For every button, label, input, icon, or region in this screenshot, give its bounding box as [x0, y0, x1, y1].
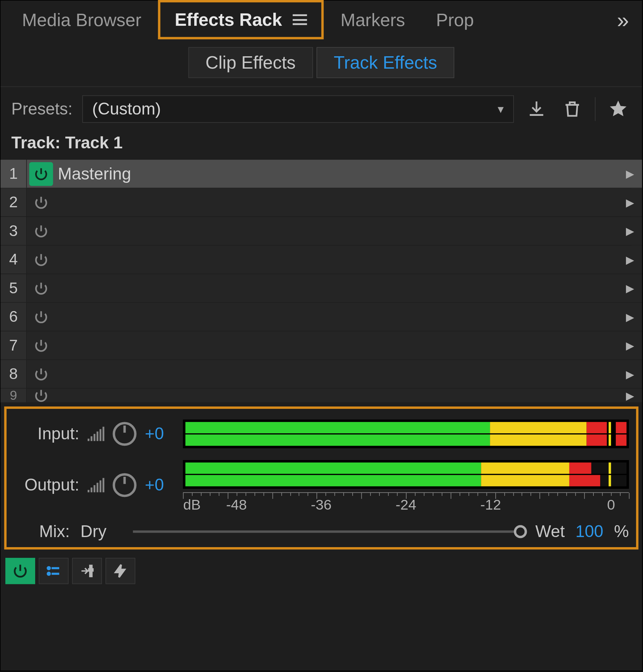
- slot-expand-arrow[interactable]: ▶: [618, 310, 642, 323]
- divider: [595, 97, 595, 121]
- tab-effects-rack[interactable]: Effects Rack: [158, 0, 324, 39]
- mix-slider-thumb[interactable]: [514, 525, 527, 538]
- effect-slot[interactable]: 2▶: [1, 188, 642, 217]
- slot-number: 8: [1, 360, 27, 388]
- input-label: Input:: [14, 424, 80, 443]
- prerender-button[interactable]: [106, 558, 135, 584]
- tab-properties[interactable]: Prop: [422, 3, 488, 37]
- save-preset-button[interactable]: [523, 96, 549, 122]
- slot-expand-arrow[interactable]: ▶: [618, 282, 642, 295]
- mix-row: Mix: Dry Wet 100 %: [14, 522, 629, 541]
- rack-power-button[interactable]: [5, 558, 35, 584]
- tab-markers[interactable]: Markers: [326, 3, 419, 37]
- slot-number: 5: [1, 274, 27, 302]
- slot-number: 2: [1, 188, 27, 216]
- input-gain-knob[interactable]: [112, 422, 136, 445]
- track-label: Track: Track 1: [1, 131, 642, 160]
- apply-to-track-button[interactable]: [72, 558, 102, 584]
- output-gain-value[interactable]: +0: [145, 475, 175, 494]
- slot-expand-arrow[interactable]: ▶: [618, 224, 642, 237]
- favorite-button[interactable]: [605, 96, 631, 122]
- top-tab-bar: Media Browser Effects Rack Markers Prop …: [1, 1, 642, 40]
- slot-expand-arrow[interactable]: ▶: [618, 196, 642, 209]
- mix-label: Mix:: [14, 522, 70, 541]
- slot-expand-arrow[interactable]: ▶: [618, 389, 642, 402]
- chevron-down-icon: ▾: [498, 102, 504, 116]
- slot-effect-name: Mastering: [58, 164, 618, 183]
- effect-slot[interactable]: 9▶: [1, 389, 642, 403]
- slot-number: 3: [1, 217, 27, 245]
- slot-expand-arrow[interactable]: ▶: [618, 253, 642, 266]
- output-meter: dB-48-36-24-120: [183, 460, 629, 510]
- slot-power-button[interactable]: [29, 162, 53, 185]
- sub-tab-track-effects[interactable]: Track Effects: [316, 47, 454, 78]
- slot-power-button[interactable]: [29, 305, 53, 329]
- effect-slot[interactable]: 5▶: [1, 274, 642, 303]
- mix-dry-label: Dry: [80, 522, 122, 541]
- slot-number: 7: [1, 331, 27, 359]
- effect-slot[interactable]: 4▶: [1, 245, 642, 274]
- presets-label: Presets:: [11, 99, 73, 119]
- slot-expand-arrow[interactable]: ▶: [618, 167, 642, 180]
- slot-power-button[interactable]: [29, 333, 53, 357]
- effect-slot[interactable]: 3▶: [1, 217, 642, 245]
- mix-unit: %: [614, 522, 629, 541]
- sub-tab-clip-effects[interactable]: Clip Effects: [188, 47, 313, 78]
- effects-rack-panel: Media Browser Effects Rack Markers Prop …: [0, 0, 643, 671]
- effect-slot[interactable]: 8▶: [1, 360, 642, 388]
- svg-point-2: [48, 573, 50, 575]
- presets-dropdown[interactable]: (Custom) ▾: [82, 95, 514, 123]
- presets-row: Presets: (Custom) ▾: [1, 87, 642, 131]
- slot-number: 4: [1, 245, 27, 273]
- slot-power-button[interactable]: [29, 191, 53, 214]
- mix-slider[interactable]: [133, 530, 525, 533]
- input-gain-value[interactable]: +0: [145, 424, 175, 443]
- effect-slot[interactable]: 7▶: [1, 331, 642, 360]
- db-scale: dB-48-36-24-120: [183, 492, 629, 510]
- delete-preset-button[interactable]: [559, 96, 585, 122]
- footer-toolbar: [1, 554, 642, 589]
- input-row: Input: +0: [14, 419, 629, 448]
- effect-slot-list: 1Mastering▶2▶3▶4▶5▶6▶7▶8▶9▶: [1, 160, 642, 403]
- slot-number: 6: [1, 303, 27, 331]
- output-label: Output:: [14, 475, 80, 494]
- effect-list-toggle-button[interactable]: [39, 558, 69, 584]
- effect-slot[interactable]: 1Mastering▶: [1, 160, 642, 188]
- slot-number: 9: [1, 389, 27, 402]
- slot-power-button[interactable]: [29, 248, 53, 271]
- tab-overflow-icon[interactable]: »: [611, 8, 635, 33]
- effect-slot[interactable]: 6▶: [1, 303, 642, 331]
- sub-tab-bar: Clip Effects Track Effects: [1, 40, 642, 87]
- io-meter-section: Input: +0 Output: +0 dB-48-36-24-120 Mix: [4, 406, 638, 549]
- slot-power-button[interactable]: [29, 219, 53, 243]
- tab-media-browser[interactable]: Media Browser: [8, 3, 156, 37]
- tab-effects-rack-label: Effects Rack: [175, 9, 282, 30]
- slot-power-button[interactable]: [29, 276, 53, 300]
- slot-expand-arrow[interactable]: ▶: [618, 339, 642, 352]
- svg-point-0: [48, 567, 50, 569]
- slot-expand-arrow[interactable]: ▶: [618, 367, 642, 380]
- mix-value[interactable]: 100: [575, 522, 603, 541]
- svg-rect-5: [89, 569, 93, 571]
- mix-wet-label: Wet: [535, 522, 565, 541]
- presets-value: (Custom): [92, 99, 161, 119]
- panel-menu-icon[interactable]: [293, 14, 307, 25]
- slot-power-button[interactable]: [29, 383, 53, 407]
- output-row: Output: +0 dB-48-36-24-120: [14, 460, 629, 510]
- slot-number: 1: [1, 160, 27, 188]
- output-gain-knob[interactable]: [112, 473, 136, 497]
- slot-power-button[interactable]: [29, 362, 53, 386]
- input-meter: [183, 419, 629, 448]
- level-bars-icon: [88, 427, 105, 441]
- level-bars-icon: [88, 478, 105, 492]
